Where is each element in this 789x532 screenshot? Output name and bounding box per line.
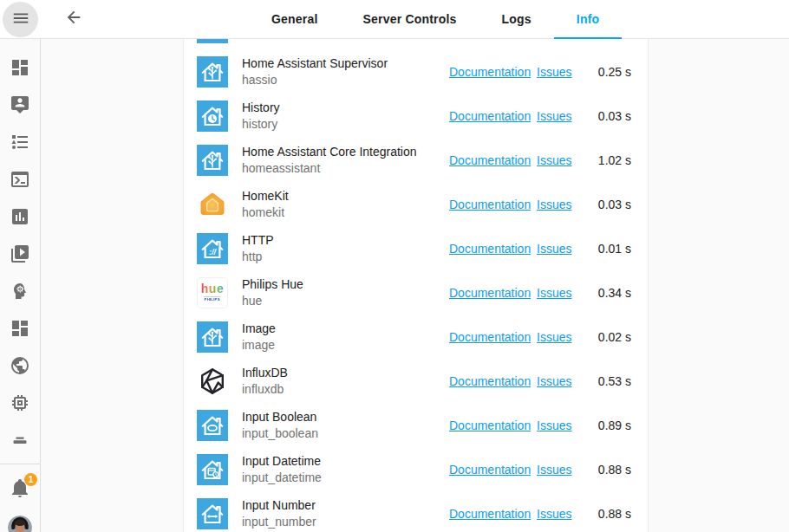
- tab-server-controls[interactable]: Server Controls: [341, 0, 479, 39]
- sidebar-item[interactable]: [10, 206, 30, 227]
- sidebar-item[interactable]: [10, 393, 30, 413]
- integration-name: InfluxDB: [242, 365, 449, 380]
- documentation-link[interactable]: Documentation: [449, 330, 531, 344]
- documentation-link[interactable]: Documentation: [449, 198, 531, 211]
- integration-name: HomeKit: [242, 188, 449, 204]
- earth-icon: [10, 364, 30, 379]
- input-datetime-icon: [197, 454, 228, 485]
- setup-time: 0.53 s: [589, 374, 631, 388]
- tab-general[interactable]: General: [249, 0, 341, 39]
- documentation-link[interactable]: Documentation: [449, 463, 531, 477]
- homekit-icon: [197, 189, 228, 220]
- menu-icon: [11, 9, 30, 31]
- setup-time: 0.02 s: [589, 330, 631, 344]
- integration-name: Input Number: [242, 497, 449, 513]
- integration-row: History history Documentation Issues 0.0…: [184, 94, 648, 138]
- issues-link[interactable]: Issues: [537, 418, 571, 432]
- sidebar-item[interactable]: [10, 243, 30, 264]
- issues-link[interactable]: Issues: [537, 153, 571, 167]
- sidebar-item[interactable]: [10, 57, 30, 78]
- issues-link[interactable]: Issues: [537, 242, 571, 256]
- issues-link[interactable]: Issues: [537, 65, 571, 79]
- documentation-link[interactable]: Documentation: [449, 109, 531, 123]
- avatar-photo: [8, 516, 32, 532]
- input-boolean-icon: [197, 410, 228, 441]
- integration-name: Input Datetime: [242, 453, 449, 469]
- chart-box-icon: [10, 215, 30, 230]
- integration-slug: homekit: [242, 204, 449, 220]
- media-play-box-icon: [10, 252, 30, 267]
- integration-row: InfluxDB influxdb Documentation Issues 0…: [184, 359, 648, 403]
- issues-link[interactable]: Issues: [537, 507, 571, 521]
- back-button[interactable]: [63, 9, 84, 29]
- tab-info[interactable]: Info: [554, 0, 622, 39]
- back-arrow-icon: [64, 8, 83, 30]
- integration-row: huePHILIPS Philips Hue hue Documentation…: [184, 270, 648, 315]
- sidebar-item[interactable]: [10, 355, 30, 376]
- issues-link[interactable]: Issues: [537, 463, 571, 477]
- integration-slug: image: [242, 337, 449, 353]
- integration-row: Image image Documentation Issues 0.02 s: [184, 315, 648, 359]
- notifications-button[interactable]: 1: [10, 477, 30, 498]
- documentation-link[interactable]: Documentation: [449, 507, 531, 521]
- integration-slug: hue: [242, 293, 449, 308]
- tooltip-account-icon: [10, 103, 30, 118]
- sidebar-item[interactable]: [10, 281, 30, 302]
- sidebar-menu-button[interactable]: [3, 2, 38, 37]
- sidebar-item[interactable]: [10, 169, 30, 190]
- home-assistant-icon: [197, 145, 228, 176]
- documentation-link[interactable]: Documentation: [449, 418, 531, 432]
- setup-time: 0.25 s: [589, 65, 631, 79]
- sidebar-item[interactable]: [10, 430, 30, 451]
- issues-link[interactable]: Issues: [537, 374, 571, 388]
- integration-name: HTTP: [242, 232, 449, 248]
- issues-link[interactable]: Issues: [537, 286, 571, 300]
- view-dashboard-icon: [10, 327, 30, 341]
- integration-row: HomeKit homekit Documentation Issues 0.0…: [184, 182, 648, 226]
- setup-time: 0.03 s: [589, 198, 631, 211]
- integration-row: Home Assistant Supervisor hassio Documen…: [184, 49, 648, 94]
- memory-chip-icon: [10, 401, 30, 416]
- integration-list: Home Assistant Supervisor hassio Documen…: [184, 49, 648, 532]
- documentation-link[interactable]: Documentation: [449, 65, 531, 79]
- view-dashboard-icon: [10, 66, 30, 81]
- terminal-icon: [10, 178, 30, 192]
- user-avatar[interactable]: [8, 516, 32, 532]
- sidebar-divider: [0, 464, 41, 464]
- integration-slug: homeassistant: [242, 160, 449, 176]
- integration-slug: influxdb: [242, 381, 449, 397]
- integration-name: History: [242, 100, 449, 115]
- stream-icon: [10, 438, 30, 453]
- sidebar-item[interactable]: [10, 94, 30, 115]
- integration-row: :// HTTP http Documentation Issues 0.01 …: [184, 226, 648, 270]
- tab-logs[interactable]: Logs: [479, 0, 554, 39]
- home-assistant-icon: [197, 56, 228, 88]
- integration-row: Input Boolean input_boolean Documentatio…: [184, 403, 648, 447]
- bell-icon: [10, 486, 30, 501]
- notification-badge: 1: [24, 473, 37, 486]
- integration-row: Input Datetime input_datetime Documentat…: [184, 447, 648, 491]
- sidebar-item[interactable]: [10, 132, 30, 152]
- integration-name: Image: [242, 321, 449, 336]
- integration-name: Philips Hue: [242, 276, 449, 292]
- hue-icon: huePHILIPS: [197, 277, 228, 308]
- issues-link[interactable]: Issues: [537, 330, 571, 344]
- documentation-link[interactable]: Documentation: [449, 242, 531, 256]
- input-number-icon: [197, 498, 228, 529]
- integration-name: Home Assistant Core Integration: [242, 144, 449, 159]
- partially-scrolled-icon: [197, 39, 228, 43]
- issues-link[interactable]: Issues: [537, 198, 571, 211]
- documentation-link[interactable]: Documentation: [449, 286, 531, 300]
- integration-row: Home Assistant Core Integration homeassi…: [184, 138, 648, 182]
- documentation-link[interactable]: Documentation: [449, 374, 531, 388]
- integration-slug: input_boolean: [242, 425, 449, 441]
- integration-name: Input Boolean: [242, 409, 449, 425]
- http-icon: ://: [197, 233, 228, 264]
- setup-time: 1.02 s: [589, 153, 631, 167]
- app-sidebar: 1: [0, 39, 41, 532]
- issues-link[interactable]: Issues: [537, 109, 571, 123]
- integration-slug: input_datetime: [242, 470, 449, 485]
- setup-time: 0.01 s: [589, 242, 631, 256]
- documentation-link[interactable]: Documentation: [449, 153, 531, 167]
- sidebar-item[interactable]: [10, 318, 30, 339]
